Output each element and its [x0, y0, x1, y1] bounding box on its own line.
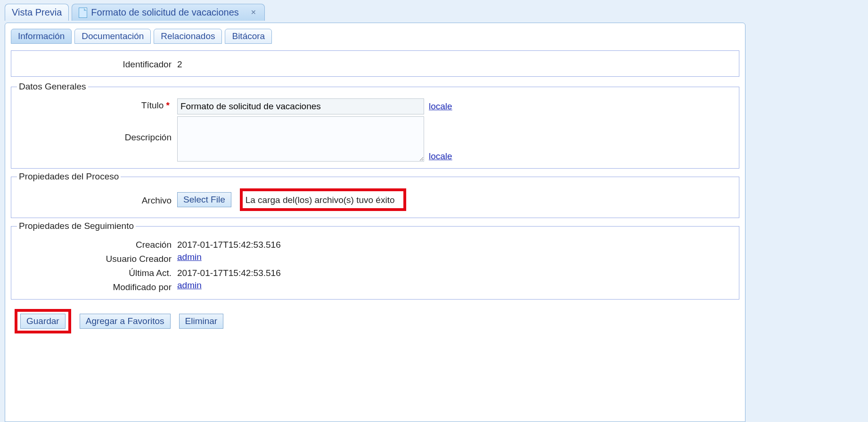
- creator-label: Usuario Creador: [17, 252, 177, 264]
- upload-status-text: La carga del(los) archivo(s) tuvo éxito: [246, 195, 395, 205]
- created-value: 2017-01-17T15:42:53.516: [177, 238, 281, 250]
- identifier-value: 2: [177, 57, 182, 70]
- inner-tabstrip: Información Documentación Relacionados B…: [11, 29, 739, 44]
- save-highlight: Guardar: [15, 309, 71, 333]
- upload-status-highlight: La carga del(los) archivo(s) tuvo éxito: [240, 188, 406, 211]
- required-icon: *: [166, 100, 170, 110]
- document-icon: [79, 8, 87, 18]
- tab-docs[interactable]: Documentación: [74, 29, 151, 44]
- delete-button[interactable]: Eliminar: [179, 314, 224, 329]
- tab-related[interactable]: Relacionados: [154, 29, 222, 44]
- identifier-box: Identificador 2: [11, 50, 739, 77]
- action-bar: Guardar Agregar a Favoritos Eliminar: [11, 306, 739, 336]
- tab-log[interactable]: Bitácora: [225, 29, 272, 44]
- tab-log-label: Bitácora: [232, 31, 265, 41]
- locale-link-desc[interactable]: locale: [429, 151, 452, 162]
- tab-preview[interactable]: Vista Previa: [5, 4, 69, 21]
- title-label-text: Título: [141, 100, 164, 110]
- fieldset-process: Propiedades del Proceso Archivo Select F…: [11, 171, 739, 218]
- file-label: Archivo: [17, 194, 177, 206]
- desc-textarea[interactable]: [177, 116, 424, 162]
- legend-tracking: Propiedades de Seguimiento: [17, 221, 136, 231]
- outer-tabstrip: Vista Previa Formato de solicitud de vac…: [0, 0, 868, 21]
- identifier-label: Identificador: [17, 57, 177, 70]
- created-label: Creación: [17, 238, 177, 250]
- favorite-button[interactable]: Agregar a Favoritos: [80, 314, 171, 329]
- tab-document-label: Formato de solicitud de vacaciones: [91, 7, 239, 18]
- workspace: Vista Previa Formato de solicitud de vac…: [0, 0, 868, 422]
- close-icon[interactable]: ✕: [249, 8, 258, 17]
- fieldset-tracking: Propiedades de Seguimiento Creación 2017…: [11, 221, 739, 300]
- updated-value: 2017-01-17T15:42:53.516: [177, 266, 281, 278]
- tab-info-label: Información: [18, 31, 65, 41]
- save-button[interactable]: Guardar: [20, 314, 66, 329]
- title-label: Título *: [17, 98, 177, 111]
- modby-label: Modificado por: [17, 280, 177, 292]
- creator-link[interactable]: admin: [177, 252, 202, 262]
- title-input[interactable]: [177, 98, 424, 114]
- tab-preview-label: Vista Previa: [12, 7, 62, 18]
- locale-link-title[interactable]: locale: [429, 101, 452, 112]
- tab-docs-label: Documentación: [82, 31, 144, 41]
- legend-general: Datos Generales: [17, 81, 88, 92]
- desc-label: Descripción: [17, 116, 177, 143]
- tab-document[interactable]: Formato de solicitud de vacaciones ✕: [72, 4, 265, 21]
- fieldset-general: Datos Generales Título * locale Descripc…: [11, 81, 739, 169]
- select-file-button[interactable]: Select File: [177, 192, 231, 207]
- modby-link[interactable]: admin: [177, 280, 202, 291]
- tab-related-label: Relacionados: [161, 31, 215, 41]
- tab-info[interactable]: Información: [11, 29, 72, 44]
- content-panel: Información Documentación Relacionados B…: [5, 23, 745, 422]
- updated-label: Última Act.: [17, 266, 177, 278]
- legend-process: Propiedades del Proceso: [17, 171, 121, 182]
